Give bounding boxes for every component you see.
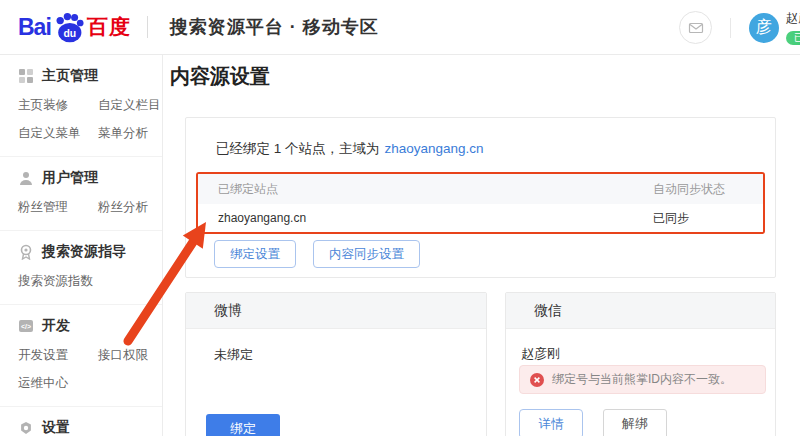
- app-page: Bai du 百度 搜索资源平台 · 移动专区: [0, 0, 800, 436]
- sidebar-section-development: </> 开发 开发设置 接口权限 运维中心: [0, 305, 162, 407]
- wechat-error-alert: 绑定号与当前熊掌ID内容不一致。: [519, 365, 766, 394]
- user-icon: [18, 170, 34, 186]
- sync-status-cell: 已同步: [653, 210, 763, 227]
- sidebar-section-users: 用户管理 粉丝管理 粉丝分析: [0, 157, 162, 231]
- user-name: 赵彦刚: [786, 10, 800, 27]
- sidebar-item-fans-analysis[interactable]: 粉丝分析: [98, 199, 148, 216]
- table-row: zhaoyangang.cn 已同步: [198, 204, 763, 232]
- sidebar-item-homepage-decor[interactable]: 主页装修: [18, 97, 84, 114]
- wechat-unbind-button[interactable]: 解绑: [603, 409, 667, 436]
- section-title: 主页管理: [42, 67, 98, 85]
- baidu-logo[interactable]: Bai du 百度: [18, 11, 131, 43]
- sidebar-section-settings: 设置 账号设置 内容源设置: [0, 407, 162, 436]
- content-sync-settings-button[interactable]: 内容同步设置: [313, 240, 420, 268]
- wechat-card-title: 微信: [506, 293, 775, 329]
- header-divider: [147, 16, 148, 38]
- wechat-error-text: 绑定号与当前熊掌ID内容不一致。: [552, 371, 732, 388]
- page-title: 内容源设置: [170, 63, 270, 90]
- binding-summary-card: 已经绑定 1 个站点，主域为zhaoyangang.cn 已绑定站点 自动同步状…: [185, 117, 776, 278]
- section-title: 搜索资源指导: [42, 243, 126, 261]
- section-title: 用户管理: [42, 169, 98, 187]
- sidebar-item-search-resource-index[interactable]: 搜索资源指数: [18, 273, 84, 290]
- error-icon: [530, 373, 544, 387]
- col-header-sync-status: 自动同步状态: [653, 181, 763, 198]
- medal-icon: [18, 244, 34, 260]
- sidebar-item-fans-management[interactable]: 粉丝管理: [18, 199, 84, 216]
- weibo-status: 未绑定: [214, 346, 486, 364]
- sidebar-item-custom-menu[interactable]: 自定义菜单: [18, 125, 84, 142]
- header-actions: 彦 赵彦刚 已认证: [679, 0, 800, 55]
- sidebar-item-ops-center[interactable]: 运维中心: [18, 375, 84, 392]
- messages-button[interactable]: [679, 11, 712, 44]
- user-menu[interactable]: 彦 赵彦刚 已认证: [749, 10, 800, 45]
- avatar: 彦: [749, 13, 779, 43]
- platform-title: 搜索资源平台 · 移动专区: [170, 15, 379, 39]
- section-title: 开发: [42, 317, 70, 335]
- binding-summary-text: 已经绑定 1 个站点，主域为zhaoyangang.cn: [216, 140, 484, 158]
- bound-sites-table: 已绑定站点 自动同步状态 zhaoyangang.cn 已同步: [196, 172, 765, 234]
- wechat-account-name: 赵彦刚: [521, 345, 775, 363]
- sidebar: 主页管理 主页装修 自定义栏目 自定义菜单 菜单分析 用户管理 粉丝管理 粉丝分…: [0, 55, 163, 436]
- wechat-card: 微信 赵彦刚 绑定号与当前熊掌ID内容不一致。 详情 解绑: [505, 292, 776, 436]
- site-domain-cell: zhaoyangang.cn: [198, 211, 653, 225]
- domain-link[interactable]: zhaoyangang.cn: [385, 141, 484, 156]
- section-title: 设置: [42, 419, 70, 436]
- avatar-initial: 彦: [756, 17, 772, 38]
- wechat-detail-button[interactable]: 详情: [519, 409, 583, 436]
- weibo-card: 微博 未绑定 绑定: [185, 292, 487, 436]
- top-header: Bai du 百度 搜索资源平台 · 移动专区: [0, 0, 800, 55]
- logo-text-du: du: [63, 28, 76, 39]
- binding-settings-button[interactable]: 绑定设置: [214, 240, 296, 268]
- gear-icon: [18, 420, 34, 436]
- sidebar-item-menu-analysis[interactable]: 菜单分析: [98, 125, 161, 142]
- weibo-card-title: 微博: [186, 293, 486, 329]
- sidebar-section-homepage: 主页管理 主页装修 自定义栏目 自定义菜单 菜单分析: [0, 55, 162, 157]
- table-header-row: 已绑定站点 自动同步状态: [198, 174, 763, 204]
- sidebar-item-api-permissions[interactable]: 接口权限: [98, 347, 148, 364]
- logo-text-baidu-cn: 百度: [87, 13, 131, 41]
- col-header-bound-site: 已绑定站点: [198, 181, 653, 198]
- weibo-bind-button[interactable]: 绑定: [206, 414, 280, 436]
- sidebar-section-search-guidance: 搜索资源指导 搜索资源指数: [0, 231, 162, 305]
- sidebar-item-dev-settings[interactable]: 开发设置: [18, 347, 84, 364]
- logo-text-bai: Bai: [18, 14, 51, 41]
- verified-badge: 已认证: [786, 31, 800, 45]
- sidebar-item-custom-columns[interactable]: 自定义栏目: [98, 97, 161, 114]
- code-icon: </>: [18, 318, 34, 334]
- header-divider: [730, 18, 731, 38]
- baidu-paw-icon: du: [53, 11, 85, 43]
- svg-text:</>: </>: [21, 323, 31, 330]
- grid-icon: [18, 68, 34, 84]
- envelope-icon: [688, 20, 704, 36]
